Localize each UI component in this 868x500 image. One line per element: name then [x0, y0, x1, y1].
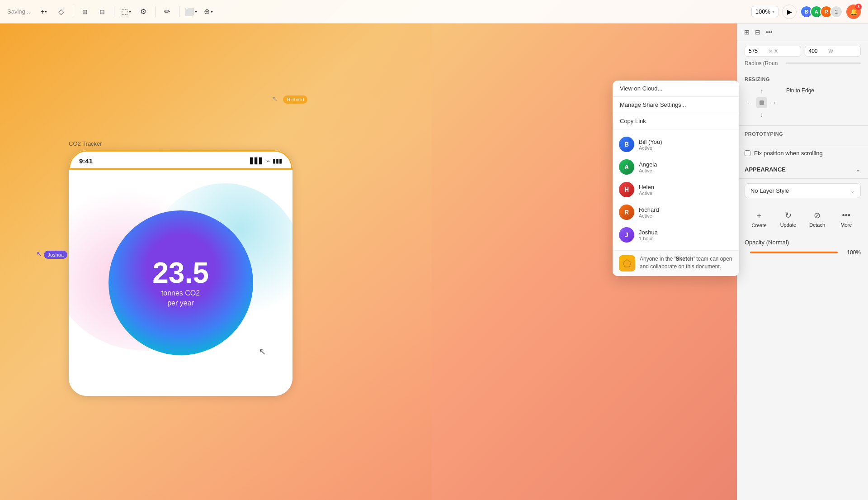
layer-style-text: No Layer Style — [750, 187, 789, 194]
manage-share-item[interactable]: Manage Share Settings... — [613, 97, 739, 113]
add-button[interactable]: + ▾ — [37, 5, 51, 19]
opacity-control: 100% — [737, 249, 868, 259]
frame-title: CO2 Tracker — [69, 140, 102, 147]
collab-status-angela: Active — [639, 168, 657, 173]
x-label: X — [774, 48, 778, 54]
phone-frame: 9:41 ▋▋▋ ⌁ ▮▮▮ 23.5 tonnes CO2 per year — [69, 150, 292, 396]
app-title: Saving... — [7, 8, 30, 15]
prototyping-title: PROTOTYPING — [745, 131, 861, 137]
collaborator-list: B Bill (You) Active A Angela Active H He… — [613, 129, 739, 250]
wifi-icon: ⌁ — [266, 157, 270, 164]
collab-avatar-richard: R — [619, 205, 634, 220]
toolbar-separator-2 — [114, 6, 114, 17]
pen-button[interactable]: ✏ — [160, 5, 175, 19]
collab-status-bill: Active — [639, 145, 662, 151]
collab-joshua[interactable]: J Joshua 1 hour — [613, 224, 739, 246]
canvas-cursor: ↖ — [259, 346, 266, 357]
avatar-count[interactable]: 2 — [830, 5, 843, 18]
opacity-row: Opacity (Normal) — [737, 235, 868, 249]
pin-left[interactable]: ← — [747, 99, 753, 106]
collab-info-joshua: Joshua 1 hour — [639, 229, 658, 241]
w-label: W — [829, 48, 833, 54]
panel-icons-row: ⊞ ⊟ ••• — [737, 24, 868, 41]
frame-button[interactable]: ⬚ ▾ — [119, 5, 133, 19]
copy-link-item[interactable]: Copy Link — [613, 113, 739, 129]
pin-top[interactable]: ↑ — [760, 87, 764, 95]
shape-button[interactable]: ◇ — [54, 5, 68, 19]
create-button[interactable]: ＋ Create — [745, 206, 774, 232]
collab-name-angela: Angela — [639, 161, 657, 168]
pin-right[interactable]: → — [770, 99, 777, 106]
view-cloud-item[interactable]: View on Cloud... — [613, 81, 739, 96]
symbol-button[interactable]: ⊕ ▾ — [201, 5, 216, 19]
align-button[interactable]: ⊞ — [78, 5, 92, 19]
more-button[interactable]: ••• More — [832, 207, 861, 231]
pin-bottom[interactable]: ↓ — [760, 111, 764, 118]
notifications-button[interactable]: 🔔 3 — [846, 5, 861, 19]
resizing-section: RESIZING ↑ ← → ↓ Pin to Edge — [737, 71, 868, 126]
richard-cursor: ↖ Richard — [272, 95, 307, 104]
zoom-control[interactable]: 100% ▾ — [751, 6, 778, 17]
layer-style-select[interactable]: No Layer Style ⌄ — [745, 183, 861, 198]
collab-angela[interactable]: A Angela Active — [613, 156, 739, 178]
notification-badge: 3 — [855, 4, 862, 10]
collab-name-joshua: Joshua — [639, 229, 658, 236]
joshua-cursor: ↖ Joshua — [36, 250, 67, 259]
status-bar: 9:41 ▋▋▋ ⌁ ▮▮▮ — [69, 150, 292, 170]
collab-info-bill: Bill (You) Active — [639, 138, 662, 151]
create-icon: ＋ — [755, 210, 763, 221]
detach-button[interactable]: ⊘ Detach — [803, 207, 832, 231]
fix-position-checkbox[interactable] — [745, 150, 750, 156]
distribute-button[interactable]: ⊟ — [95, 5, 109, 19]
update-label: Update — [780, 222, 796, 228]
panel-icon-more[interactable]: ••• — [764, 27, 774, 37]
appearance-title: APPEARANCE — [745, 166, 786, 173]
toolbar-left: Saving... + ▾ ◇ ⊞ ⊟ ⬚ ▾ ⚙ ✏ ⬜ ▾ ⊕ ▾ — [7, 5, 748, 19]
component-button[interactable]: ⚙ — [136, 5, 151, 19]
collab-name-bill: Bill (You) — [639, 138, 662, 145]
w-field[interactable] — [809, 48, 827, 54]
collab-avatar-bill: B — [619, 137, 634, 152]
share-dropdown: View on Cloud... Manage Share Settings..… — [613, 81, 739, 276]
w-input[interactable]: W — [805, 46, 861, 57]
transform-button[interactable]: ⬜ ▾ — [184, 5, 198, 19]
collab-status-helen: Active — [639, 190, 654, 196]
detach-label: Detach — [809, 222, 825, 228]
toolbar-separator-3 — [155, 6, 156, 17]
more-label: More — [840, 222, 852, 228]
opacity-track[interactable] — [750, 252, 838, 253]
collab-richard[interactable]: R Richard Active — [613, 201, 739, 224]
co2-sublabel: per year — [167, 299, 194, 307]
collaborator-avatars: B A R 2 — [800, 5, 843, 18]
co2-circle: 23.5 tonnes CO2 per year — [108, 210, 253, 355]
x-field[interactable] — [749, 48, 767, 54]
x-input[interactable]: ✕ X — [745, 46, 801, 57]
toolbar-right: 100% ▾ ▶ B A R 2 🔔 3 — [751, 5, 861, 19]
panel-icon-layout[interactable]: ⊟ — [754, 27, 762, 37]
collab-helen[interactable]: H Helen Active — [613, 178, 739, 201]
joshua-cursor-label: Joshua — [44, 251, 67, 259]
resizing-title: RESIZING — [745, 76, 861, 82]
panel-icon-align[interactable]: ⊞ — [743, 27, 751, 37]
signal-icon: ▋▋▋ — [250, 157, 264, 164]
radius-track[interactable] — [786, 62, 861, 64]
collab-avatar-joshua: J — [619, 227, 634, 243]
preview-button[interactable]: ▶ — [782, 5, 797, 19]
opacity-value: 100% — [847, 249, 861, 256]
appearance-chevron[interactable]: ⌄ — [855, 166, 861, 173]
pin-to-edge-label: Pin to Edge — [786, 87, 814, 94]
pin-center[interactable] — [756, 97, 767, 108]
sketch-promo-text: Anyone in the 'Sketch' team can open and… — [640, 255, 733, 271]
coord-row: ✕ X W — [737, 41, 868, 58]
sketch-logo — [619, 255, 635, 271]
collab-name-helen: Helen — [639, 184, 654, 190]
prototyping-section: PROTOTYPING — [737, 126, 868, 146]
update-button[interactable]: ↻ Update — [774, 207, 802, 231]
status-icons: ▋▋▋ ⌁ ▮▮▮ — [250, 157, 282, 164]
appearance-actions: ＋ Create ↻ Update ⊘ Detach ••• More — [737, 203, 868, 235]
collab-info-angela: Angela Active — [639, 161, 657, 173]
richard-cursor-label: Richard — [283, 95, 307, 104]
x-clear[interactable]: ✕ — [769, 48, 773, 54]
collab-status-richard: Active — [639, 213, 659, 219]
collab-bill[interactable]: B Bill (You) Active — [613, 133, 739, 156]
